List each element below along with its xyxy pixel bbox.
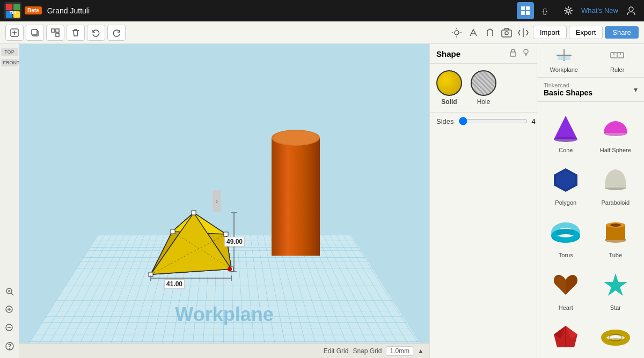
shape-item-tube[interactable]: Tube	[591, 211, 640, 263]
svg-marker-58	[554, 116, 577, 139]
workplane-tool[interactable]: Workplane	[537, 44, 591, 77]
toolbar: Import Export Share	[0, 21, 644, 44]
shape-item-torus[interactable]: Torus	[541, 211, 590, 263]
whats-new-link[interactable]: What's New	[581, 6, 618, 14]
bulb-icon[interactable]	[522, 48, 530, 59]
cylinder-body	[272, 138, 320, 256]
hole-label: Hole	[477, 98, 491, 106]
export-button[interactable]: Export	[569, 26, 603, 39]
svg-point-10	[567, 9, 570, 12]
top-view-label[interactable]: TOP	[1, 48, 18, 56]
snap-grid-value[interactable]: 1.0mm	[386, 346, 413, 356]
svg-point-11	[629, 7, 633, 11]
svg-point-18	[455, 31, 459, 35]
snap-grid-label: Snap Grid	[353, 347, 382, 355]
svg-point-20	[505, 32, 508, 35]
svg-rect-7	[521, 11, 525, 15]
lock-icon[interactable]	[509, 48, 517, 59]
panel-collapse-handle[interactable]: ›	[213, 190, 221, 212]
svg-rect-38	[224, 232, 228, 236]
help-button[interactable]	[2, 339, 17, 354]
shape-item-ring[interactable]: Ring	[591, 316, 640, 358]
front-view-label[interactable]: FRONT	[1, 59, 18, 66]
svg-rect-15	[52, 29, 55, 32]
zoom-fit-button[interactable]	[2, 284, 17, 299]
cylinder-top	[272, 130, 320, 146]
cone-label: Cone	[559, 147, 573, 153]
svg-point-50	[524, 49, 528, 54]
polygon-label: Polygon	[555, 199, 576, 206]
mirror-icon[interactable]	[516, 25, 531, 40]
svg-text:{}: {}	[543, 7, 547, 15]
sides-label: Sides	[436, 117, 454, 125]
user-button[interactable]	[623, 2, 640, 19]
width-dimension: 41.00	[164, 279, 185, 289]
shape-item-heart[interactable]: Heart	[541, 264, 590, 315]
shape-item-paraboloid[interactable]: Paraboloid	[591, 159, 640, 210]
hole-option[interactable]: Hole	[471, 70, 496, 106]
shape-item-half-sphere[interactable]: Half Sphere	[591, 106, 640, 158]
left-sidebar: TOP FRONT	[0, 44, 19, 358]
group-button[interactable]	[46, 25, 64, 41]
shapes-source-label: Tinkercad	[544, 82, 632, 88]
zoom-out-button[interactable]	[2, 320, 17, 335]
view-top-icon[interactable]	[466, 25, 481, 40]
grid-view-button[interactable]	[517, 2, 534, 19]
code-view-button[interactable]: {}	[538, 2, 555, 19]
svg-rect-5	[521, 6, 525, 10]
svg-rect-53	[558, 56, 570, 60]
import-button[interactable]: Import	[533, 26, 567, 39]
view-front-icon[interactable]	[482, 25, 497, 40]
camera-icon[interactable]	[499, 25, 514, 40]
svg-rect-6	[526, 6, 530, 10]
shape-item-polygon[interactable]: Polygon	[541, 159, 590, 210]
cylinder-object[interactable]	[272, 130, 320, 258]
svg-rect-49	[510, 52, 516, 56]
svg-point-59	[554, 137, 577, 142]
ruler-tool[interactable]: Ruler	[591, 44, 645, 77]
viewport-status-bar: Edit Grid Snap Grid 1.0mm ▲	[19, 343, 429, 358]
delete-button[interactable]	[67, 25, 85, 41]
viewport[interactable]: Workplane	[19, 44, 429, 358]
undo-button[interactable]	[87, 25, 105, 41]
ruler-icon	[610, 49, 625, 64]
shape-item-icosahedron[interactable]: Icosahedron	[541, 316, 590, 358]
pyramid-object[interactable]: 49.00 41.00	[148, 191, 234, 282]
paraboloid-icon	[598, 163, 633, 197]
solid-option[interactable]: Solid	[436, 70, 462, 106]
cone-icon	[548, 110, 583, 145]
heart-icon	[548, 268, 583, 302]
svg-text:TIN: TIN	[10, 10, 17, 15]
shape-panel: Shape Solid Hole Sides 4	[429, 44, 537, 358]
shape-item-cone[interactable]: Cone	[541, 106, 590, 158]
workplane-icon	[557, 49, 572, 64]
svg-rect-8	[526, 11, 530, 15]
zoom-in-button[interactable]	[2, 302, 17, 317]
share-button[interactable]: Share	[605, 26, 639, 39]
main-area: TOP FRONT Workplane	[0, 44, 644, 358]
redo-button[interactable]	[107, 25, 126, 41]
torus-label: Torus	[559, 252, 573, 258]
half-sphere-label: Half Sphere	[600, 147, 631, 153]
half-sphere-icon	[598, 110, 633, 145]
svg-rect-39	[171, 229, 175, 234]
solid-button[interactable]	[436, 70, 462, 96]
hole-button[interactable]	[471, 70, 496, 96]
sides-slider[interactable]	[458, 117, 528, 125]
edit-grid-label[interactable]: Edit Grid	[324, 347, 349, 355]
shapes-dropdown-icon[interactable]: ▾	[634, 85, 638, 94]
shape-item-star[interactable]: Star	[591, 264, 640, 315]
project-name[interactable]: Grand Juttuli	[47, 6, 90, 15]
svg-rect-19	[502, 30, 511, 37]
duplicate-button[interactable]	[26, 25, 44, 41]
snap-grid-arrow[interactable]: ▲	[418, 347, 424, 355]
view-home-icon[interactable]	[449, 25, 464, 40]
settings-button[interactable]	[560, 2, 577, 19]
nav-icons: {} What's New	[517, 2, 640, 19]
top-nav-bar: TIN Beta Grand Juttuli {} What's New	[0, 0, 644, 21]
tube-icon	[598, 215, 633, 250]
new-object-button[interactable]	[5, 25, 24, 41]
svg-marker-70	[604, 273, 627, 296]
sides-control-row: Sides 4	[430, 112, 537, 130]
app-logo: TIN	[4, 2, 21, 19]
